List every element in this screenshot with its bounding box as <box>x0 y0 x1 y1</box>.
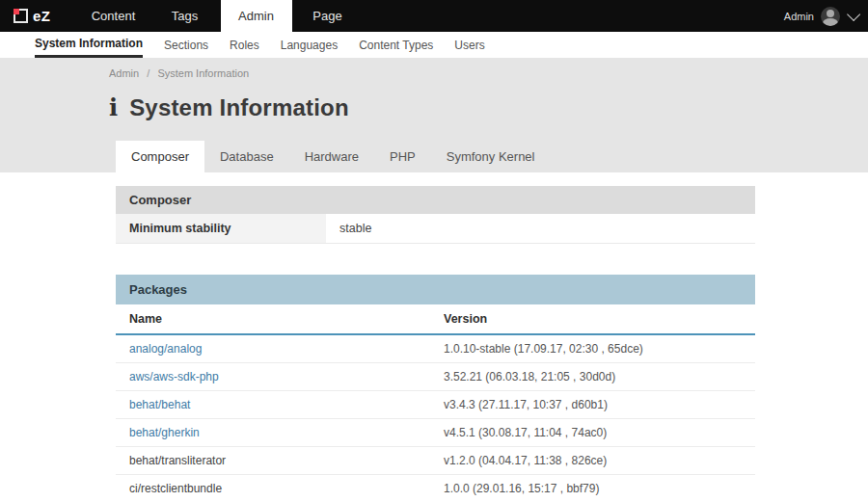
packages-table-title: Packages <box>116 275 755 304</box>
user-menu[interactable]: Admin <box>784 0 868 32</box>
table-row: behat/gherkin v4.5.1 (30.08.17, 11:04 , … <box>116 419 755 447</box>
package-version: 1.0.10-stable (17.09.17, 02:30 , 65dce) <box>444 342 742 356</box>
package-version: v3.4.3 (27.11.17, 10:37 , d60b1) <box>444 398 742 411</box>
package-version: 1.0.0 (29.01.16, 15:17 , bbf79) <box>444 482 742 495</box>
top-nav: Content Tags Admin Page <box>78 0 364 32</box>
table-row: behat/behat v3.4.3 (27.11.17, 10:37 , d6… <box>116 391 755 419</box>
subnav-languages[interactable]: Languages <box>281 32 338 58</box>
top-bar: eZ Content Tags Admin Page Admin <box>0 0 868 32</box>
top-nav-tags[interactable]: Tags <box>149 0 221 32</box>
subnav-content-types[interactable]: Content Types <box>359 32 433 58</box>
package-version: 3.52.21 (06.03.18, 21:05 , 30d0d) <box>444 370 742 383</box>
ez-logo-text: eZ <box>33 8 51 24</box>
minimum-stability-value: stable <box>326 214 755 243</box>
package-name-link[interactable]: analog/analog <box>129 342 444 356</box>
tab-hardware[interactable]: Hardware <box>289 141 374 172</box>
package-name-link[interactable]: behat/gherkin <box>129 426 444 439</box>
breadcrumb: Admin / System Information <box>109 67 868 79</box>
table-row: analog/analog 1.0.10-stable (17.09.17, 0… <box>116 335 755 363</box>
tab-php[interactable]: PHP <box>374 141 431 172</box>
admin-sub-nav: System Information Sections Roles Langua… <box>0 32 868 58</box>
tab-symfony-kernel[interactable]: Symfony Kernel <box>431 141 551 172</box>
info-icon: i <box>109 96 118 119</box>
main-content: Composer Minimum stability stable Packag… <box>0 172 868 502</box>
page-header-area: Admin / System Information i System Info… <box>0 58 868 172</box>
tab-database[interactable]: Database <box>204 141 289 172</box>
subnav-roles[interactable]: Roles <box>230 32 259 58</box>
table-row: behat/transliterator v1.2.0 (04.04.17, 1… <box>116 447 755 475</box>
user-name-label: Admin <box>784 11 814 22</box>
package-name-link[interactable]: behat/behat <box>129 398 444 411</box>
subnav-users[interactable]: Users <box>454 32 484 58</box>
breadcrumb-admin[interactable]: Admin <box>109 67 139 79</box>
ez-logo[interactable]: eZ <box>0 0 65 32</box>
package-version: v4.5.1 (30.08.17, 11:04 , 74ac0) <box>444 426 742 439</box>
minimum-stability-label: Minimum stability <box>116 214 326 243</box>
package-name: behat/transliterator <box>129 454 444 467</box>
table-row: aws/aws-sdk-php 3.52.21 (06.03.18, 21:05… <box>116 363 755 391</box>
page-title-row: i System Information <box>109 94 868 121</box>
package-name-link[interactable]: aws/aws-sdk-php <box>129 370 444 383</box>
top-nav-content[interactable]: Content <box>78 0 149 32</box>
table-row: Minimum stability stable <box>116 214 755 244</box>
packages-table: Packages Name Version analog/analog 1.0.… <box>116 275 755 502</box>
top-nav-page[interactable]: Page <box>292 0 364 32</box>
package-name: ci/restclientbundle <box>129 482 444 495</box>
system-info-tabs: Composer Database Hardware PHP Symfony K… <box>116 141 868 172</box>
tab-composer[interactable]: Composer <box>116 141 204 172</box>
breadcrumb-system-information: System Information <box>157 67 249 79</box>
column-header-version: Version <box>444 312 742 326</box>
ez-logo-icon <box>14 9 28 23</box>
chevron-down-icon <box>847 7 860 20</box>
package-version: v1.2.0 (04.04.17, 11:38 , 826ce) <box>444 454 742 467</box>
subnav-sections[interactable]: Sections <box>164 32 208 58</box>
composer-table-title: Composer <box>116 186 755 214</box>
user-avatar-icon <box>821 7 840 26</box>
page-title: System Information <box>129 94 349 121</box>
breadcrumb-separator: / <box>147 67 149 79</box>
composer-table: Composer Minimum stability stable <box>116 186 755 244</box>
top-nav-admin[interactable]: Admin <box>221 0 292 32</box>
column-header-name: Name <box>129 312 444 326</box>
subnav-system-information[interactable]: System Information <box>35 32 143 58</box>
packages-column-headers: Name Version <box>116 304 755 335</box>
table-row: ci/restclientbundle 1.0.0 (29.01.16, 15:… <box>116 475 755 502</box>
